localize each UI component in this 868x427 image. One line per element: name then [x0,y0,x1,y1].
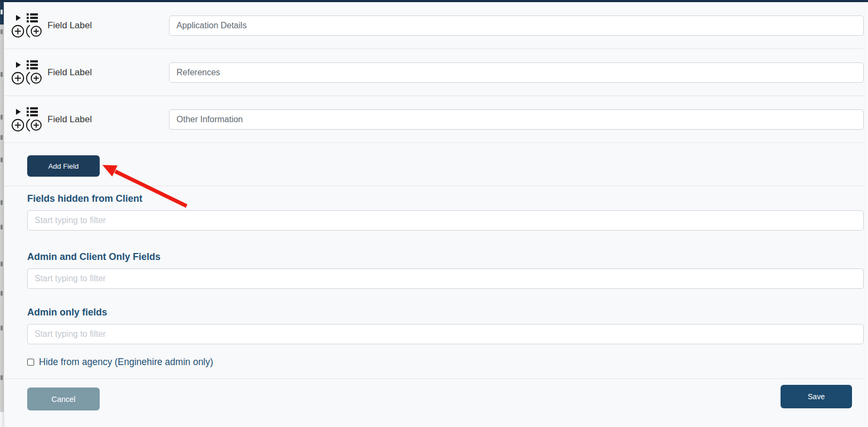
list-icon[interactable] [27,107,38,116]
field-label-input[interactable] [169,109,864,130]
hide-from-agency-label[interactable]: Hide from agency (Enginehire admin only) [39,357,213,368]
field-label-text: Field Label [47,114,169,125]
caret-right-icon[interactable] [16,15,21,21]
field-label-text: Field Label [47,20,169,31]
field-label-text: Field Label [47,67,169,78]
add-field-button[interactable]: Add Field [27,155,100,177]
field-row: Field Label [4,2,864,49]
field-label-input[interactable] [169,15,864,36]
field-row-controls [11,60,41,85]
hidden-fields-filter-input[interactable] [27,210,864,231]
field-row-controls [11,107,41,132]
hide-from-agency-checkbox[interactable] [27,359,34,366]
circle-plus-nested-icon[interactable] [26,25,42,38]
save-button[interactable]: Save [781,385,852,408]
form-builder-panel: Field Label [4,2,864,427]
hide-from-agency-row: Hide from agency (Enginehire admin only) [27,357,864,367]
footer-divider [4,378,864,379]
section-heading-admin-only: Admin only fields [27,307,864,318]
circle-plus-icon[interactable] [11,72,25,85]
divider [4,186,864,186]
section-heading-admin-client-only: Admin and Client Only Fields [27,251,864,263]
field-row-controls [11,13,41,38]
field-row: Field Label [4,49,864,96]
list-icon[interactable] [27,13,38,22]
circle-plus-nested-icon[interactable] [26,118,42,132]
list-icon[interactable] [27,60,38,69]
section-heading-fields-hidden-from-client: Fields hidden from Client [27,193,864,204]
footer-actions: Cancel Save [4,388,864,427]
caret-right-icon[interactable] [16,62,21,68]
circle-plus-icon[interactable] [11,25,25,38]
occluded-sidebar-fragment [0,2,4,25]
field-label-input[interactable] [169,62,864,83]
admin-only-fields-filter-input[interactable] [27,324,864,344]
occluded-page-strip [0,2,4,412]
caret-right-icon[interactable] [16,109,21,115]
circle-plus-nested-icon[interactable] [26,72,42,85]
cancel-button[interactable]: Cancel [27,388,100,410]
circle-plus-icon[interactable] [11,118,25,132]
field-row: Field Label [4,96,864,143]
admin-client-fields-filter-input[interactable] [27,268,864,289]
